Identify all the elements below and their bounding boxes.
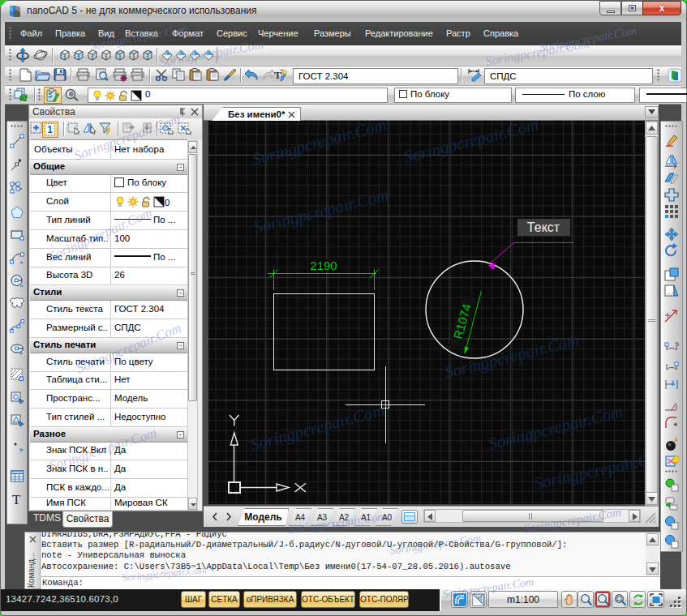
- svg-text:T: T: [274, 69, 281, 81]
- svg-text:2190: 2190: [310, 259, 337, 272]
- svg-text:Текст: Текст: [527, 220, 560, 234]
- svg-text:T: T: [12, 492, 21, 507]
